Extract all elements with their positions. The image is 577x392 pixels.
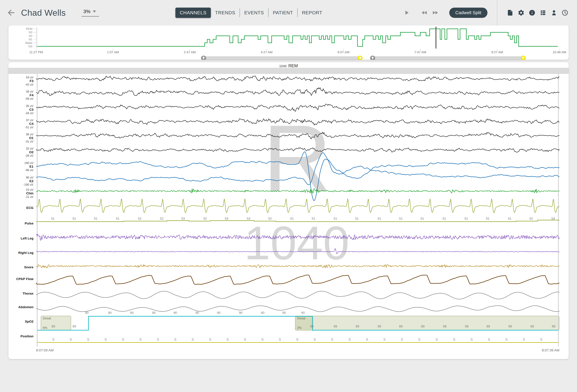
channels-panel: 1040 REM 53 uVF3-42 uV39 uVF4-58 uV35 uV… [8,62,569,359]
chevron-down-icon [93,10,96,13]
channel-label-pulse: Pulse [25,222,34,225]
top-bar: Chad Wells 3% CHANNELSTRENDSEVENTSPATIEN… [0,0,577,25]
header-right-group: Cadwell Split [403,0,568,25]
back-icon[interactable] [6,8,16,17]
epoch-start-time: 8:07:09 AM [36,348,54,359]
recording-segment-bar[interactable] [204,56,360,60]
time-tick [559,49,560,50]
fast-rewind-icon[interactable] [421,9,428,16]
hypnogram-plot[interactable] [36,27,559,49]
epoch-scrollbar[interactable] [8,68,569,74]
hypnogram-time-label: 6:07 AM [338,50,349,54]
tab-report[interactable]: REPORT [298,8,326,18]
waveform-traces [36,74,559,347]
channel-label-cpap-flow: CPAP Flow [16,277,34,281]
recording-segment-bar[interactable] [373,56,523,60]
hypnogram-time-label: 10:48 AM [552,50,566,54]
lights-yellow-bulb-icon[interactable] [521,55,526,60]
hypnogram-time-label: 2:47 AM [184,50,196,54]
view-tabs: CHANNELSTRENDSEVENTSPATIENTREPORT [99,8,403,18]
hypnogram-stage-label-rem: REM [26,27,36,31]
hypnogram-time-axis: 11:27 PM1:07 AM2:47 AM4:27 AM6:07 AM7:47… [36,49,559,56]
hypnogram-stage-label-n2: N2 [29,34,36,37]
channel-plot-row: 53 uVF3-42 uV39 uVF4-58 uV35 uVC3-34 uV3… [8,74,569,347]
clock-icon[interactable] [562,9,568,16]
epoch-number: 1040 [279,64,287,68]
channel-label-f4: 39 uVF4-58 uV [25,90,34,100]
channel-label-o2: 32 uVO2-28 uV [25,147,34,158]
tab-patient[interactable]: PATIENT [269,8,297,18]
channel-label-spo2: SpO2 [25,320,34,323]
epoch-header: 1040 REM [8,62,569,68]
lights-yellow-bulb-icon[interactable] [357,55,363,60]
tab-trends[interactable]: TRENDS [211,8,240,18]
channel-label-left-leg: Left Leg [21,236,34,240]
tab-events[interactable]: EVENTS [240,8,268,18]
fast-forward-icon[interactable] [432,9,439,16]
channel-label-thorax: Thorax [23,292,34,295]
hypnogram-panel: REMN3N2N1WakeNS 11:27 PM1:07 AM2:47 AM4:… [8,25,569,60]
hypnogram-row: REMN3N2N1WakeNS [8,27,569,49]
lights-gray-bulb-icon[interactable] [201,55,206,60]
time-tick [267,49,267,50]
hypnogram-time-label: 9:27 AM [491,50,503,54]
hypnogram-stage-label-n1: N1 [29,38,36,41]
channel-label-f3: 53 uVF3-42 uV [25,75,34,86]
hypnogram-time-label: 1:07 AM [107,50,119,54]
channel-label-e2: 96 uVE2-190 uV [23,176,34,186]
zoom-dropdown[interactable]: 3% [82,9,99,17]
header-divider [497,0,497,25]
header-left-group: Chad Wells 3% [6,8,99,18]
channel-label-ecg: ECG [26,206,34,209]
time-tick [497,49,498,50]
app-root: Chad Wells 3% CHANNELSTRENDSEVENTSPATIEN… [0,0,577,368]
time-tick [36,49,36,50]
lights-gray-bulb-icon[interactable] [370,55,375,60]
time-tick [343,49,344,50]
channel-label-c4: 37 uVC4-51 uV [25,118,34,129]
epoch-end-time: 8:07:39 AM [542,348,559,359]
epoch-stage: REM [288,64,298,68]
page-title: Chad Wells [21,8,66,18]
time-tick [190,49,190,50]
document-icon[interactable] [507,9,513,16]
channel-label-o1: 36 uVO1-31 uV [25,132,34,143]
channel-label-e1: 190 uVE1-96 uV [24,161,34,172]
channel-label-position: Position [21,334,34,338]
channel-label-snore: Snore [24,265,34,269]
hypnogram-time-label: 7:47 AM [414,50,426,54]
recording-segments-strip [36,56,559,60]
epoch-time-row: 8:07:09 AM 8:07:39 AM [8,347,569,359]
hypnogram-stage-label-ns: NS [28,45,36,48]
info-icon[interactable] [529,9,536,16]
channel-label-chin: 10 uVChin-11 uV [25,188,34,199]
zoom-value: 3% [83,9,90,14]
hypnogram-stage-label-wake: Wake [25,41,36,44]
time-tick [113,49,113,50]
user-icon[interactable] [551,9,557,16]
hypnogram-time-label: 11:27 PM [29,50,43,54]
channel-label-c3: 35 uVC3-34 uV [25,104,34,115]
hypnogram-time-label: 4:27 AM [261,50,273,54]
hypnogram-stage-axis: REMN3N2N1WakeNS [8,27,36,49]
channel-label-abdomen: Abdomen [18,305,34,309]
play-icon[interactable] [403,9,410,16]
list-icon[interactable] [540,9,546,16]
time-tick [420,49,421,50]
toolbar-icons [507,9,568,16]
settings-icon[interactable] [518,9,525,16]
tab-channels[interactable]: CHANNELS [175,8,211,18]
cadwell-split-button[interactable]: Cadwell Split [449,8,487,18]
hypnogram-stage-label-n3: N3 [29,31,36,34]
channel-labels-gutter: 53 uVF3-42 uV39 uVF4-58 uV35 uVC3-34 uV3… [8,74,36,347]
channel-label-right-leg: Right Leg [18,251,34,255]
waveform-plot[interactable]: R 1040 Desat6%Desat3% 515151515252535253… [36,74,559,347]
